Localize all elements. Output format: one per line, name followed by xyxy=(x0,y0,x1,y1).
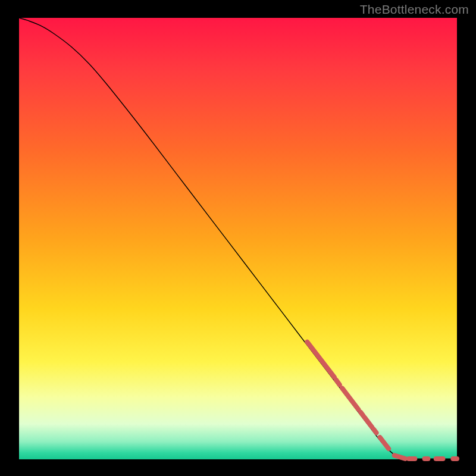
highlight-dash xyxy=(361,412,363,416)
attribution-label: TheBottleneck.com xyxy=(360,2,469,17)
plot-area xyxy=(19,18,457,459)
bottleneck-chart xyxy=(0,0,476,476)
highlight-dash xyxy=(394,455,405,459)
highlight-dash xyxy=(374,430,376,433)
chart-stage: TheBottleneck.com xyxy=(0,0,476,476)
highlight-dash xyxy=(336,380,340,384)
